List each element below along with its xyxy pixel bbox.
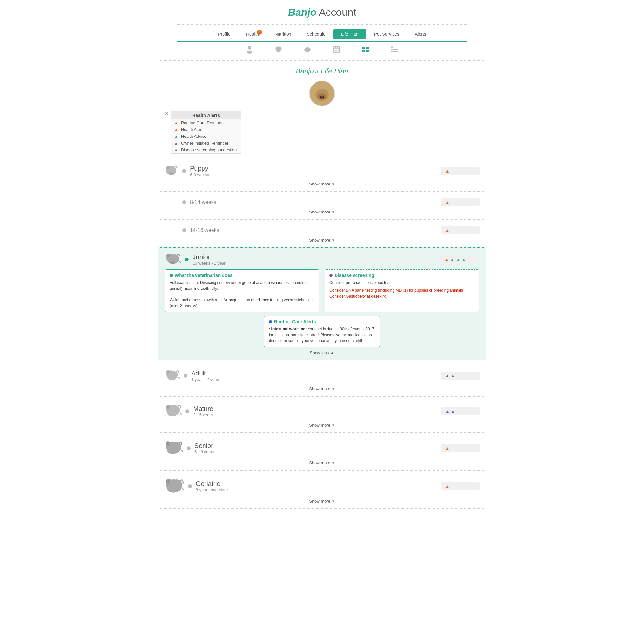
header: Banjo Account: [151, 0, 493, 22]
legend-item-disease: ▲ Disease screening suggestion: [171, 147, 241, 153]
junior-left: Junior 16 weeks - 1 year: [165, 252, 226, 267]
junior-alert-2: ▲: [450, 257, 455, 262]
stage-divider-geriatric: [158, 470, 486, 471]
svg-rect-16: [391, 49, 393, 50]
routine-card: Routine Care Alerts • Intestinal worming…: [264, 316, 380, 347]
alerts-14-16: ▲: [441, 226, 480, 234]
puppy-name: Puppy: [190, 165, 209, 172]
dot-8-14: [182, 200, 186, 204]
senior-name: Senior: [194, 442, 214, 450]
nav-schedule[interactable]: Schedule: [299, 29, 333, 39]
stage-puppy: Puppy 6-8 weeks ▲ Show more ▼: [158, 159, 486, 190]
routine-card-item: • Intestinal worming: Your pet is due on…: [269, 326, 375, 344]
puppy-dot: [182, 169, 186, 173]
nav: Profile Health 1 Nutrition Schedule Life…: [151, 27, 493, 41]
nav-nutrition[interactable]: Nutrition: [267, 29, 299, 39]
chevron-down-icon-senior: ▼: [332, 461, 335, 465]
senior-left: Senior 5 - 8 years: [164, 440, 214, 457]
nav-icon-lifeplan: [351, 43, 380, 55]
triangle-purple-icon2: ▲: [174, 147, 178, 152]
legend-item-health-alert: ▲ Health Alert: [171, 126, 241, 133]
nav-health[interactable]: Health 1: [238, 29, 267, 39]
show-more-14-16[interactable]: Show more ▼: [158, 237, 486, 243]
nav-icon-profile: [235, 43, 264, 55]
adult-header: Adult 1 year - 2 years ▲ ▲: [158, 366, 486, 385]
adult-name: Adult: [191, 370, 220, 377]
mature-alert-2: ▲: [451, 409, 455, 414]
page-title: Banjo's Life Plan: [151, 62, 493, 79]
geriatric-header: Geriatric 8 years and older ▲: [158, 475, 486, 498]
mature-alert-1: ▲: [445, 409, 450, 414]
geriatric-name: Geriatric: [196, 480, 228, 488]
geriatric-show-more[interactable]: Show more ▼: [158, 498, 486, 505]
junior-header: Junior 16 weeks - 1 year ▲ ▲ ▲ ▲: [165, 251, 479, 269]
svg-rect-9: [336, 50, 337, 51]
mature-header: Mature 2 - 5 years ▲ ▲: [158, 401, 486, 422]
nav-icon-nutrition: [293, 43, 322, 55]
puppy-age: 6-8 weeks: [190, 172, 209, 177]
stage-divider-2: [158, 191, 486, 192]
legend-close-button[interactable]: ✕: [164, 111, 169, 117]
junior-name: Junior: [193, 253, 226, 261]
svg-point-0: [248, 46, 251, 50]
svg-point-28: [170, 261, 176, 264]
geriatric-age: 8 years and older: [196, 488, 228, 492]
age-14-16: 14-16 weeks: [190, 227, 219, 233]
svg-point-31: [166, 441, 170, 446]
puppy-alert-1: ▲: [445, 168, 450, 174]
puppy-show-more[interactable]: Show more ▼: [158, 181, 486, 187]
cards-row: What the veterinarian does Full examinat…: [165, 269, 479, 312]
junior-alert-1: ▲: [444, 257, 449, 262]
chevron-down-icon: ▼: [332, 182, 335, 186]
mature-name: Mature: [193, 405, 213, 412]
mature-info: Mature 2 - 5 years: [193, 405, 213, 417]
geriatric-alerts: ▲: [441, 482, 480, 490]
chevron-down-icon-adult: ▼: [332, 387, 335, 391]
svg-rect-14: [366, 50, 369, 52]
legend-box: Health Alerts ▲ Routine Care Reminder ▲ …: [171, 111, 241, 154]
vet-card: What the veterinarian does Full examinat…: [165, 269, 319, 312]
show-more-8-14[interactable]: Show more ▼: [158, 209, 486, 215]
stage-14-16-header: 14-16 weeks ▲: [158, 224, 486, 237]
legend-label-owner: Owner-initiated Reminder: [181, 141, 228, 146]
age-8-14: 8-14 weeks: [190, 199, 216, 205]
pet-avatar: [309, 81, 335, 106]
svg-rect-3: [307, 47, 308, 48]
svg-point-30: [166, 405, 170, 409]
adult-alert-1: ▲: [445, 373, 450, 378]
nav-alerts[interactable]: Alerts: [407, 29, 434, 39]
pet-photo-container: [151, 81, 493, 106]
legend-label-disease: Disease screening suggestion: [181, 147, 237, 152]
vet-card-text: Full examination. Desexing surgery under…: [170, 280, 315, 309]
chevron-down-icon-2: ▼: [332, 210, 335, 214]
legend-label-health-advise: Health Advise: [181, 134, 207, 139]
stage-puppy-left: Puppy 6-8 weeks: [164, 164, 209, 178]
stage-mature: Mature 2 - 5 years ▲ ▲ Show more ▼: [158, 398, 486, 431]
stage-14-16: 14-16 weeks ▲ Show more ▼: [158, 221, 486, 246]
mature-show-more[interactable]: Show more ▼: [158, 422, 486, 429]
adult-alerts: ▲ ▲: [441, 372, 480, 380]
chevron-up-icon: ▲: [330, 350, 334, 355]
puppy-info: Puppy 6-8 weeks: [190, 165, 209, 177]
senior-header: Senior 5 - 8 years ▲: [158, 437, 486, 459]
junior-show-less[interactable]: Show less ▲: [165, 349, 479, 356]
senior-alert-1: ▲: [445, 446, 450, 451]
nav-lifeplan[interactable]: Life Plan: [333, 29, 366, 39]
routine-card-wrapper: Routine Care Alerts • Intestinal worming…: [165, 316, 479, 349]
triangle-green-icon: ▲: [174, 134, 178, 139]
nav-petservices[interactable]: Pet Services: [366, 29, 407, 39]
geriatric-info: Geriatric 8 years and older: [196, 480, 228, 492]
chevron-down-icon-geriatric: ▼: [332, 499, 335, 503]
alerts-8-14: ▲: [441, 198, 480, 206]
adult-show-more[interactable]: Show more ▼: [158, 385, 486, 392]
svg-point-29: [166, 370, 170, 374]
nav-profile[interactable]: Profile: [210, 29, 238, 39]
disease-card-text: Consider pre-anaesthetic blood test: [329, 280, 474, 286]
routine-dot-icon: [269, 320, 272, 323]
senior-show-more[interactable]: Show more ▼: [158, 459, 486, 466]
mature-age: 2 - 5 years: [193, 412, 213, 417]
junior-alerts: ▲ ▲ ▲ ▲: [440, 256, 479, 263]
puppy-alerts: ▲: [441, 167, 480, 175]
legend-item-owner: ▲ Owner-initiated Reminder: [171, 140, 241, 147]
puppy-icon: [164, 164, 178, 178]
